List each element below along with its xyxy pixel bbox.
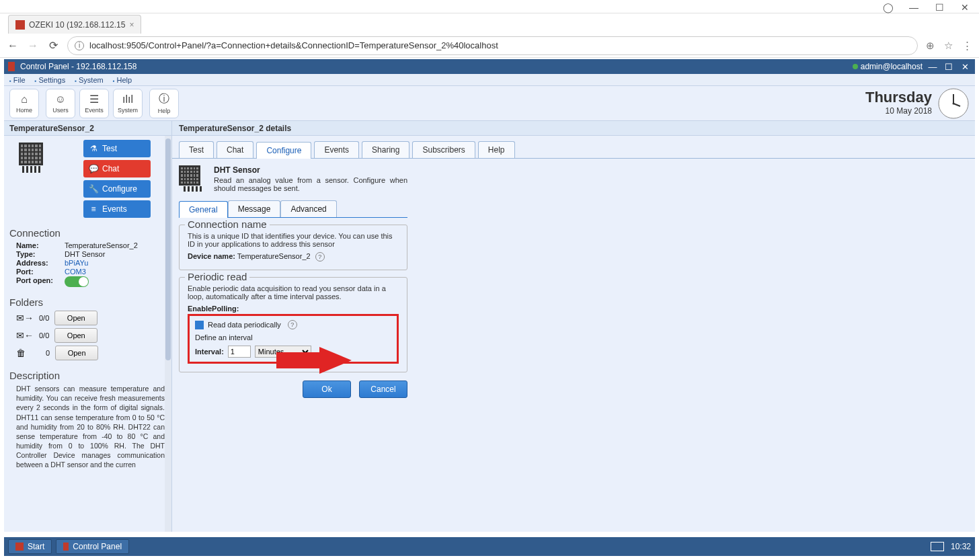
open-inbox-button[interactable]: Open — [54, 328, 97, 343]
configure-button[interactable]: 🔧Configure — [83, 180, 151, 198]
read-periodically-checkbox[interactable] — [195, 321, 204, 329]
tab-test[interactable]: Test — [179, 141, 214, 158]
site-info-icon[interactable]: i — [75, 41, 84, 50]
app-close-icon[interactable]: ✕ — [959, 62, 971, 72]
menu-settings[interactable]: Settings — [35, 76, 66, 84]
taskbar-control-panel[interactable]: Control Panel — [56, 539, 129, 554]
toolbar-help[interactable]: ⓘHelp — [149, 89, 179, 118]
help-icon[interactable]: ? — [288, 320, 297, 329]
tab-configure[interactable]: Configure — [256, 142, 311, 159]
open-outbox-button[interactable]: Open — [54, 311, 97, 325]
mail-out-icon: ✉→ — [16, 313, 34, 323]
main-tabs: Test Chat Configure Events Sharing Subsc… — [172, 136, 975, 159]
back-icon[interactable]: ← — [7, 40, 19, 52]
close-icon[interactable]: ✕ — [960, 3, 970, 12]
toolbar-home[interactable]: ⌂Home — [9, 89, 39, 118]
tab-events[interactable]: Events — [314, 141, 359, 158]
app-user: admin@localhost — [861, 62, 923, 71]
user-icon[interactable]: ◯ — [884, 3, 893, 12]
trash-icon: 🗑 — [16, 348, 34, 358]
start-icon — [15, 543, 24, 551]
menu-help[interactable]: Help — [113, 76, 132, 84]
url-text: localhost:9505/Control+Panel/?a=Connecti… — [89, 40, 498, 50]
system-icon: ılıl — [122, 93, 133, 106]
ok-button[interactable]: Ok — [303, 381, 351, 398]
browser-tab[interactable]: OZEKI 10 (192.168.112.15 × — [8, 15, 141, 34]
start-button[interactable]: Start — [8, 539, 52, 554]
browser-address-bar: ← → ⟳ i localhost:9505/Control+Panel/?a=… — [0, 34, 979, 58]
cfg-title: DHT Sensor — [214, 165, 407, 175]
folder-outbox: ✉→ 0/0 Open — [16, 311, 166, 325]
folder-inbox: ✉← 0/0 Open — [16, 328, 166, 343]
chat-button[interactable]: 💬Chat — [83, 160, 151, 177]
toolbar-events[interactable]: ☰Events — [79, 89, 109, 118]
clock-icon — [937, 87, 970, 120]
maximize-icon[interactable]: ☐ — [935, 3, 944, 12]
subtab-advanced[interactable]: Advanced — [280, 200, 336, 217]
toolbar-users[interactable]: ☺Users — [46, 89, 75, 118]
menu-file[interactable]: File — [9, 76, 26, 84]
cfg-desc: Read an analog value from a sensor. Conf… — [214, 176, 407, 192]
interval-input[interactable] — [228, 346, 251, 358]
app-title-bar: Control Panel - 192.168.112.158 admin@lo… — [4, 59, 975, 74]
toolbar-system[interactable]: ılılSystem — [113, 89, 143, 118]
minimize-icon[interactable]: — — [909, 3, 918, 12]
browser-tab-bar: OZEKI 10 (192.168.112.15 × — [0, 13, 979, 34]
tab-close-icon[interactable]: × — [129, 20, 134, 30]
home-icon: ⌂ — [21, 93, 28, 106]
app-minimize-icon[interactable]: — — [927, 62, 939, 72]
cfg-subtabs: General Message Advanced — [179, 200, 407, 218]
menu-system[interactable]: System — [75, 76, 104, 84]
help-icon: ⓘ — [159, 92, 169, 106]
bookmark-icon[interactable]: ☆ — [944, 40, 953, 52]
app-maximize-icon[interactable]: ☐ — [943, 62, 955, 72]
forward-icon[interactable]: → — [27, 40, 39, 52]
port-open-toggle[interactable] — [65, 276, 89, 287]
favicon-icon — [15, 20, 25, 30]
app-title: Control Panel - 192.168.112.158 — [20, 62, 136, 71]
robot-icon — [8, 62, 15, 71]
users-icon: ☺ — [55, 93, 66, 106]
flask-icon: ⚗ — [89, 144, 98, 153]
test-button[interactable]: ⚗Test — [83, 140, 151, 157]
chat-icon: 💬 — [89, 164, 98, 173]
events-icon: ☰ — [89, 93, 99, 106]
mail-in-icon: ✉← — [16, 330, 34, 341]
tab-subscribers[interactable]: Subscribers — [412, 141, 475, 158]
sensor-chip-icon-main — [179, 165, 206, 195]
app-menu-bar: File Settings System Help — [4, 74, 975, 86]
folder-trash: 🗑 0 Open — [16, 346, 166, 360]
subtab-general[interactable]: General — [179, 201, 228, 218]
status-dot-icon — [853, 64, 858, 69]
menu-icon[interactable]: ⋮ — [962, 40, 972, 52]
cancel-button[interactable]: Cancel — [359, 381, 407, 398]
date-full: 10 May 2018 — [865, 106, 932, 116]
main-header: TemperatureSensor_2 details — [172, 121, 975, 136]
tab-help[interactable]: Help — [478, 141, 515, 158]
date-block: Thursday 10 May 2018 — [865, 89, 932, 116]
date-day: Thursday — [865, 89, 932, 106]
sensor-chip-icon — [16, 143, 46, 175]
annotation-arrow-icon — [276, 347, 352, 374]
tab-title: OZEKI 10 (192.168.112.15 — [29, 20, 125, 30]
ozeki-app: Control Panel - 192.168.112.158 admin@lo… — [4, 59, 975, 532]
taskbar: Start Control Panel 10:32 — [4, 537, 975, 556]
zoom-icon[interactable]: ⊕ — [926, 40, 935, 52]
reload-icon[interactable]: ⟳ — [47, 39, 59, 52]
help-icon[interactable]: ? — [315, 252, 325, 262]
robot-icon — [63, 543, 69, 551]
subtab-message[interactable]: Message — [228, 200, 281, 217]
events-button[interactable]: ≡Events — [83, 200, 151, 218]
connection-name-group: Connection name This is a unique ID that… — [179, 225, 407, 270]
url-input[interactable]: i localhost:9505/Control+Panel/?a=Connec… — [67, 36, 918, 55]
taskbar-clock: 10:32 — [951, 542, 971, 551]
wrench-icon: 🔧 — [89, 184, 98, 194]
os-window-controls: ◯ — ☐ ✕ — [0, 0, 979, 13]
keyboard-icon[interactable] — [931, 542, 944, 551]
open-trash-button[interactable]: Open — [55, 346, 98, 360]
left-panel: TemperatureSensor_2 ⚗Test 💬Chat 🔧Configu… — [4, 121, 172, 532]
tab-chat[interactable]: Chat — [217, 141, 253, 158]
tab-sharing[interactable]: Sharing — [362, 141, 409, 158]
svg-marker-4 — [276, 347, 352, 374]
left-header: TemperatureSensor_2 — [4, 121, 171, 136]
